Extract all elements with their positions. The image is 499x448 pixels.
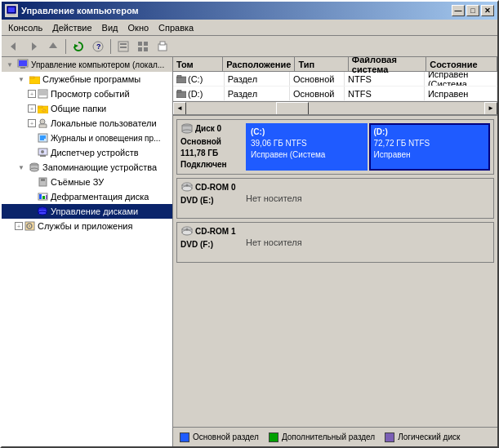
expand-icon-diskmgmt[interactable]: [28, 205, 36, 218]
maximize-button[interactable]: □: [466, 5, 479, 16]
tree-item-events[interactable]: + Просмотр событий: [2, 86, 172, 101]
cdrom-0-type: DVD (E:): [180, 195, 239, 206]
tree-item-defrag[interactable]: Дефрагментация диска: [2, 189, 172, 204]
events-icon: [36, 87, 49, 100]
legend-primary: Основной раздел: [180, 432, 259, 442]
tree-item-folders[interactable]: + 🤝 Общие папки: [2, 101, 172, 116]
refresh-button[interactable]: [69, 38, 87, 55]
svg-rect-46: [42, 196, 45, 199]
expand-icon-logs[interactable]: [28, 131, 36, 144]
table-row[interactable]: (D:) Раздел Основной NTFS Исправен: [173, 86, 497, 101]
properties-button[interactable]: [154, 38, 172, 55]
svg-rect-15: [144, 47, 148, 51]
expand-icon-devmgr[interactable]: [28, 146, 36, 159]
th-type[interactable]: Тип: [295, 57, 348, 71]
svg-rect-45: [39, 194, 42, 199]
td-icon-d: (D:): [173, 86, 225, 100]
svg-point-63: [182, 186, 192, 191]
expand-icon-defrag[interactable]: [28, 190, 36, 203]
disk-0-name: Диск 0: [195, 123, 221, 135]
svg-point-67: [182, 230, 192, 235]
toolbar-separator-2: [110, 39, 111, 54]
menu-bar: Консоль Действие Вид Окно Справка: [2, 20, 497, 36]
legend-logical-box: [385, 432, 394, 442]
expand-icon-root[interactable]: ▼: [3, 58, 16, 71]
logs-icon: [36, 131, 49, 144]
tree-item-root[interactable]: ▼ Управление компьютером (локал...: [2, 57, 172, 72]
svg-point-30: [40, 119, 45, 124]
disk-0-status: Подключен: [180, 159, 239, 171]
diskmgmt-label: Управление дисками: [51, 206, 138, 216]
diskmgmt-icon: [36, 205, 49, 218]
expand-icon-events[interactable]: +: [28, 90, 36, 98]
scroll-left-btn[interactable]: ◄: [173, 102, 186, 115]
tree-item-removable[interactable]: Съёмные ЗУ: [2, 175, 172, 189]
svg-marker-4: [32, 42, 37, 51]
menu-help[interactable]: Справка: [154, 21, 198, 34]
expand-icon-storage[interactable]: ▼: [15, 161, 28, 174]
menu-action[interactable]: Действие: [47, 21, 96, 34]
expand-icon-users[interactable]: +: [28, 119, 36, 127]
table-scrollbar[interactable]: ◄ ►: [173, 101, 497, 114]
tree-item-diskmgmt[interactable]: Управление дисками: [2, 204, 172, 219]
cdrom-0-content: Нет носителя: [243, 179, 493, 218]
tree-item-services[interactable]: + Службы и приложения: [2, 219, 172, 233]
removable-icon: [36, 175, 49, 189]
svg-point-64: [186, 184, 189, 187]
td-type-c: Основной: [290, 72, 345, 86]
tree-item-users[interactable]: + Локальные пользователи: [2, 116, 172, 131]
forward-button[interactable]: [25, 38, 42, 55]
back-button[interactable]: [5, 38, 23, 55]
svg-rect-11: [120, 47, 127, 48]
th-location[interactable]: Расположение: [223, 57, 295, 71]
partition-d[interactable]: (D:) 72,72 ГБ NTFS Исправен: [369, 123, 491, 171]
th-status[interactable]: Состояние: [426, 57, 497, 71]
view-button-1[interactable]: [114, 38, 132, 55]
defrag-label: Дефрагментация диска: [51, 192, 149, 202]
menu-view[interactable]: Вид: [97, 21, 123, 34]
help-button[interactable]: ?: [89, 38, 107, 55]
legend-extended-box: [269, 432, 278, 442]
svg-text:?: ?: [96, 42, 101, 51]
tree-item-devmgr[interactable]: Диспетчер устройств: [2, 145, 172, 160]
td-location-c: Раздел: [225, 72, 290, 86]
td-fs-c: NTFS: [345, 72, 425, 86]
window-controls: — □ ✕: [452, 5, 494, 16]
svg-marker-3: [11, 42, 16, 51]
up-button[interactable]: [44, 38, 62, 55]
expand-icon-folders[interactable]: +: [28, 104, 36, 113]
menu-console[interactable]: Консоль: [3, 21, 47, 34]
tree-item-utilities[interactable]: ▼ Служебные программы: [2, 72, 172, 86]
menu-window[interactable]: Окно: [123, 21, 154, 34]
view-button-2[interactable]: [134, 38, 152, 55]
cdrom-1-content: Нет носителя: [243, 223, 493, 262]
td-location-d: Раздел: [225, 86, 290, 100]
expand-icon-services[interactable]: +: [15, 222, 23, 230]
minimize-button[interactable]: —: [452, 5, 465, 16]
cdrom-info-1: CD-ROM 1 DVD (F:): [177, 223, 243, 262]
right-panel: Том Расположение Тип Файловая система Со…: [173, 57, 497, 446]
tree-item-storage[interactable]: ▼ Запоминающие устройства: [2, 160, 172, 175]
close-button[interactable]: ✕: [481, 5, 494, 16]
legend-extended-label: Дополнительный раздел: [282, 432, 375, 441]
th-volume[interactable]: Том: [173, 57, 223, 71]
disk-panel: Диск 0 Основной 111,78 ГБ Подключен (C:)…: [173, 116, 497, 427]
scroll-right-btn[interactable]: ►: [484, 102, 497, 115]
logs-label: Журналы и оповещения пр...: [51, 134, 160, 143]
devmgr-icon: [36, 146, 49, 159]
cdrom-1-type: DVD (F:): [180, 239, 239, 251]
expand-icon-utilities[interactable]: ▼: [15, 73, 28, 86]
svg-point-50: [38, 211, 47, 215]
th-filesystem[interactable]: Файловая система: [349, 57, 426, 71]
expand-icon-removable[interactable]: [28, 175, 36, 189]
tree-item-logs[interactable]: Журналы и оповещения пр...: [2, 131, 172, 145]
svg-marker-5: [49, 42, 57, 48]
scroll-track[interactable]: [186, 102, 484, 115]
partition-c[interactable]: (C:) 39,06 ГБ NTFS Исправен (Система: [246, 123, 368, 171]
table-row[interactable]: (C:) Раздел Основной NTFS Исправен (Сист…: [173, 72, 497, 86]
scroll-thumb[interactable]: [276, 102, 309, 115]
svg-rect-10: [120, 43, 127, 45]
partition-c-label: (C:): [251, 126, 363, 138]
table-body: (C:) Раздел Основной NTFS Исправен (Сист…: [173, 72, 497, 101]
folder-icon-utilities: [28, 73, 41, 86]
